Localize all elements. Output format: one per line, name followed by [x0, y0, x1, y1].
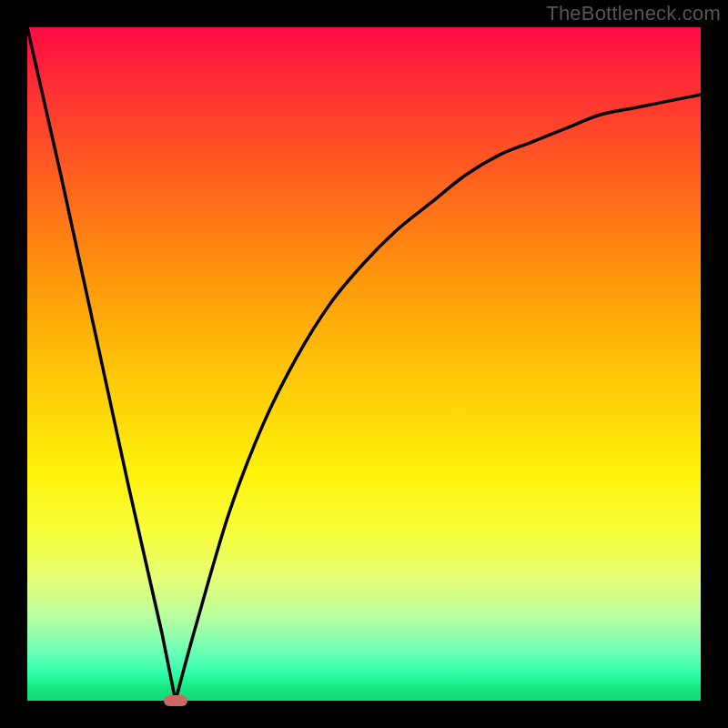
- bottleneck-curve: [27, 27, 701, 701]
- chart-frame: TheBottleneck.com: [0, 0, 728, 728]
- minimum-marker-icon: [164, 695, 187, 706]
- watermark-text: TheBottleneck.com: [546, 2, 721, 25]
- plot-area: [27, 27, 701, 701]
